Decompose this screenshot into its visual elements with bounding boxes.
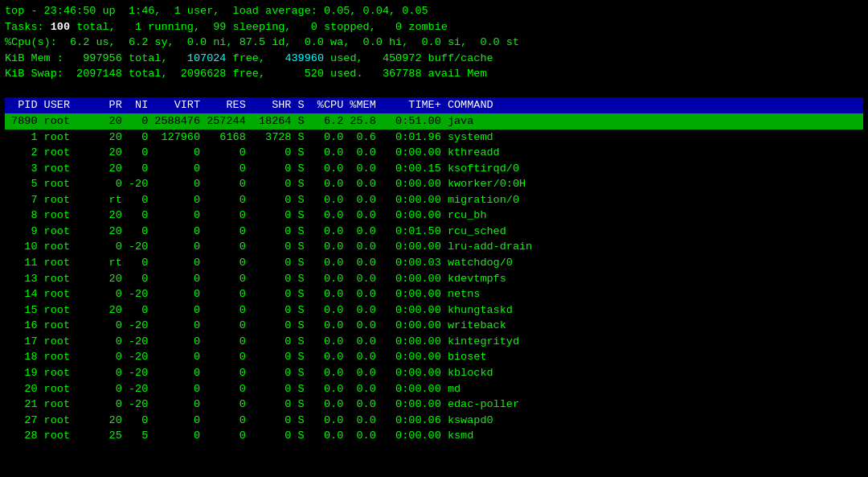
process-row-17: 20 root 0 -20 0 0 0 S 0.0 0.0 0:00.00 md <box>5 381 863 397</box>
process-row-7: 9 root 20 0 0 0 0 S 0.0 0.0 0:01.50 rcu_… <box>5 224 863 240</box>
process-row-15: 18 root 0 -20 0 0 0 S 0.0 0.0 0:00.00 bi… <box>5 349 863 365</box>
process-row-18: 21 root 0 -20 0 0 0 S 0.0 0.0 0:00.00 ed… <box>5 397 863 413</box>
process-row-8: 10 root 0 -20 0 0 0 S 0.0 0.0 0:00.00 lr… <box>5 239 863 255</box>
process-row-highlighted: 7890 root 20 0 2588476 257244 18264 S 6.… <box>5 113 863 130</box>
process-row-1: 1 root 20 0 127960 6168 3728 S 0.0 0.6 0… <box>5 130 863 146</box>
spacer-line <box>5 82 863 98</box>
terminal-window: top - 23:46:50 up 1:46, 1 user, load ave… <box>0 0 868 477</box>
process-row-3: 3 root 20 0 0 0 0 S 0.0 0.0 0:00.15 ksof… <box>5 161 863 177</box>
top-line4: KiB Mem : 997956 total, 107024 free, 439… <box>5 51 863 67</box>
process-row-12: 15 root 20 0 0 0 0 S 0.0 0.0 0:00.00 khu… <box>5 302 863 319</box>
mem-used: 439960 <box>285 52 324 64</box>
top-line3: %Cpu(s): 6.2 us, 6.2 sy, 0.0 ni, 87.5 id… <box>5 35 863 51</box>
tasks-total: 100 <box>51 21 70 33</box>
tasks-label: Tasks: <box>5 21 51 33</box>
process-row-2: 2 root 20 0 0 0 0 S 0.0 0.0 0:00.00 kthr… <box>5 145 863 161</box>
process-row-14: 17 root 0 -20 0 0 0 S 0.0 0.0 0:00.00 ki… <box>5 334 863 350</box>
process-row-16: 19 root 0 -20 0 0 0 S 0.0 0.0 0:00.00 kb… <box>5 365 863 381</box>
process-row-13: 16 root 0 -20 0 0 0 S 0.0 0.0 0:00.00 wr… <box>5 318 863 334</box>
process-row-11: 14 root 0 -20 0 0 0 S 0.0 0.0 0:00.00 ne… <box>5 286 863 302</box>
top-line2: Tasks: 100 total, 1 running, 99 sleeping… <box>5 19 863 35</box>
mem-free: 107024 <box>187 52 227 64</box>
process-row-20: 28 root 25 5 0 0 0 S 0.0 0.0 0:00.00 ksm… <box>5 428 863 444</box>
process-row-19: 27 root 20 0 0 0 0 S 0.0 0.0 0:00.06 ksw… <box>5 413 863 429</box>
process-row-9: 11 root rt 0 0 0 0 S 0.0 0.0 0:00.03 wat… <box>5 255 863 271</box>
process-row-6: 8 root 20 0 0 0 0 S 0.0 0.0 0:00.00 rcu_… <box>5 208 863 224</box>
process-row-10: 13 root 20 0 0 0 0 S 0.0 0.0 0:00.00 kde… <box>5 271 863 287</box>
top-line5: KiB Swap: 2097148 total, 2096628 free, 5… <box>5 66 863 82</box>
process-row-4: 5 root 0 -20 0 0 0 S 0.0 0.0 0:00.00 kwo… <box>5 176 863 192</box>
tasks-rest: total, 1 running, 99 sleeping, 0 stopped… <box>70 21 448 33</box>
column-header: PID USER PR NI VIRT RES SHR S %CPU %MEM … <box>5 97 863 113</box>
top-line1: top - 23:46:50 up 1:46, 1 user, load ave… <box>5 3 863 19</box>
process-row-5: 7 root rt 0 0 0 0 S 0.0 0.0 0:00.00 migr… <box>5 192 863 208</box>
